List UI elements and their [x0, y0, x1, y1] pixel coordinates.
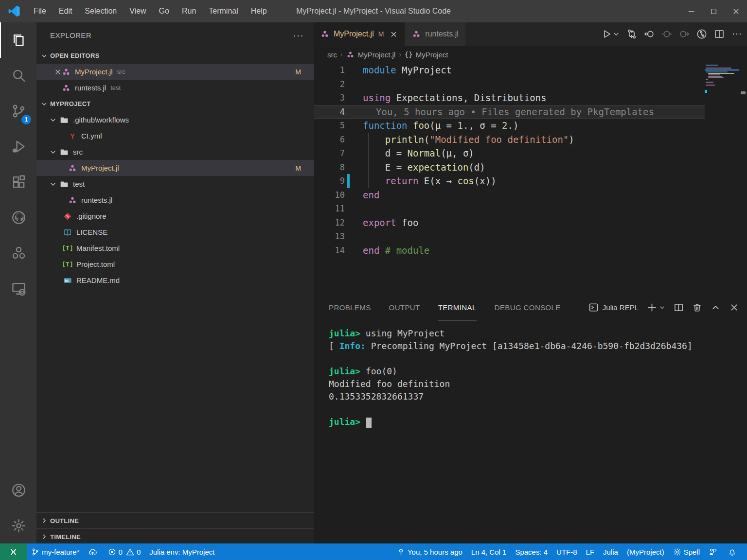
tree-item-readme-md[interactable]: M↓README.md [36, 272, 314, 288]
tree-item-test[interactable]: test [36, 176, 314, 192]
panel-tab-terminal[interactable]: TERMINAL [438, 294, 477, 320]
breadcrumb[interactable]: src›MyProject.jl›{}MyProject [314, 46, 747, 63]
line-history-icon[interactable] [661, 29, 672, 39]
menu-help[interactable]: Help [245, 0, 273, 22]
overview-ruler[interactable] [739, 63, 747, 294]
menu-view[interactable]: View [123, 0, 152, 22]
activity-settings[interactable] [0, 508, 36, 543]
status-cursor-position[interactable]: Ln 4, Col 1 [467, 543, 511, 560]
status-notifications[interactable] [724, 543, 743, 560]
code-line[interactable]: 5function foo(μ = 1., σ = 2.) [314, 119, 747, 133]
panel-tab-output[interactable]: OUTPUT [389, 294, 420, 320]
tab-myproject-jl[interactable]: MyProject.jlM [314, 22, 405, 46]
status-git-blame[interactable]: You, 5 hours ago [392, 543, 467, 560]
code-line[interactable]: 8 E = expectation(d) [314, 160, 747, 175]
code-line[interactable]: 6 println("Modified foo definition") [314, 133, 747, 147]
tree-item-myproject-jl[interactable]: MyProject.jlM [36, 160, 314, 176]
tab-runtests-jl[interactable]: runtests.jl [405, 22, 465, 46]
breadcrumb-item[interactable]: MyProject.jl [346, 51, 396, 59]
outline-header[interactable]: OUTLINE [36, 512, 314, 528]
more-actions-icon[interactable] [731, 29, 742, 39]
activity-julia[interactable] [0, 235, 36, 271]
menu-edit[interactable]: Edit [53, 0, 79, 22]
code-line[interactable]: 11 [314, 202, 747, 216]
status-problems[interactable]: 00 [104, 543, 145, 560]
terminal-picker[interactable]: Julia REPL [603, 303, 639, 312]
prev-revision-icon[interactable] [644, 29, 655, 39]
terminal-dropdown-icon[interactable] [659, 304, 665, 311]
code-line[interactable]: 10end [314, 188, 747, 202]
code-line[interactable]: 4You, 5 hours ago • Files generated by P… [314, 105, 747, 119]
close-panel-icon[interactable] [729, 302, 739, 313]
code-line[interactable]: 13 [314, 229, 747, 244]
breadcrumb-item[interactable]: src [327, 51, 337, 59]
menu-run[interactable]: Run [176, 0, 202, 22]
activity-run-and-debug[interactable] [0, 129, 36, 164]
open-changes-icon[interactable] [626, 29, 637, 39]
code-line[interactable]: 2 [314, 77, 747, 91]
tree-item-project-toml[interactable]: [T]Project.toml [36, 256, 314, 272]
tree-item--github-workflows[interactable]: .github\workflows [36, 112, 314, 128]
next-revision-icon[interactable] [679, 29, 690, 39]
breadcrumb-item[interactable]: {}MyProject [405, 51, 448, 59]
status-git-branch[interactable]: my-feature* [27, 543, 84, 560]
close-icon[interactable] [54, 68, 62, 76]
split-editor-icon[interactable] [714, 29, 725, 39]
remote-indicator[interactable] [0, 543, 27, 560]
split-terminal-icon[interactable] [674, 302, 684, 313]
tree-item-manifest-toml[interactable]: [T]Manifest.toml [36, 240, 314, 256]
panel-tab-problems[interactable]: PROBLEMS [329, 294, 371, 320]
code-line[interactable]: 3using Expectations, Distributions [314, 91, 747, 105]
status-spell-checker[interactable]: Spell [669, 543, 704, 560]
code-editor[interactable]: 1module MyProject23using Expectations, D… [314, 63, 747, 294]
minimize-button[interactable] [680, 0, 702, 22]
status-language-mode[interactable]: Julia [599, 543, 622, 560]
status-julia-project[interactable]: (MyProject) [622, 543, 669, 560]
tree-item-src[interactable]: src [36, 144, 314, 160]
close-button[interactable] [725, 0, 747, 22]
panel-tab-debug-console[interactable]: DEBUG CONSOLE [495, 294, 561, 320]
tree-item-ci-yml[interactable]: YCI.yml [36, 128, 314, 144]
status-indentation[interactable]: Spaces: 4 [511, 543, 552, 560]
maximize-button[interactable] [702, 0, 725, 22]
status-feedback[interactable] [704, 543, 724, 560]
status-sync-changes[interactable] [84, 543, 104, 560]
code-line[interactable]: 12export foo [314, 216, 747, 230]
close-icon[interactable] [390, 30, 398, 38]
menu-go[interactable]: Go [153, 0, 176, 22]
code-line[interactable]: 14end # module [314, 244, 747, 258]
status-julia-env[interactable]: Julia env: MyProject [145, 543, 219, 560]
tree-item-license[interactable]: LICENSE [36, 224, 314, 240]
maximize-panel-icon[interactable] [711, 302, 721, 313]
new-terminal-icon[interactable] [647, 302, 657, 313]
tree-item-runtests-jl[interactable]: runtests.jl [36, 192, 314, 208]
terminal[interactable]: julia> using MyProject[ Info: Precompili… [314, 320, 747, 428]
open-editor-item[interactable]: runtests.jltest [36, 80, 314, 96]
status-encoding[interactable]: UTF-8 [552, 543, 582, 560]
menu-terminal[interactable]: Terminal [202, 0, 244, 22]
activity-extensions[interactable] [0, 164, 36, 200]
open-editor-item[interactable]: MyProject.jlsrcM [36, 64, 314, 80]
status-eol[interactable]: LF [582, 543, 599, 560]
activity-accounts[interactable] [0, 472, 36, 508]
code-line[interactable]: 7 d = Normal(μ, σ) [314, 146, 747, 160]
activity-github[interactable] [0, 200, 36, 235]
minimap[interactable] [705, 63, 739, 294]
run-file-icon[interactable] [601, 29, 612, 39]
menu-file[interactable]: File [27, 0, 53, 22]
activity-explorer[interactable] [0, 22, 36, 58]
open-editors-header[interactable]: OPEN EDITORS [36, 48, 314, 64]
more-actions-icon[interactable]: ··· [293, 30, 304, 41]
timeline-header[interactable]: TIMELINE [36, 528, 314, 543]
menu-selection[interactable]: Selection [78, 0, 123, 22]
activity-remote-explorer[interactable] [0, 271, 36, 306]
activity-search[interactable] [0, 58, 36, 93]
code-line[interactable]: 1module MyProject [314, 63, 747, 77]
file-history-icon[interactable] [696, 29, 707, 39]
code-line[interactable]: 9 return E(x → cos(x)) [314, 174, 747, 188]
run-dropdown-icon[interactable] [613, 31, 620, 37]
activity-source-control[interactable]: 1 [0, 93, 36, 129]
project-header[interactable]: MYPROJECT [36, 96, 314, 112]
tree-item--gitignore[interactable]: .gitignore [36, 208, 314, 224]
kill-terminal-icon[interactable] [692, 302, 702, 313]
